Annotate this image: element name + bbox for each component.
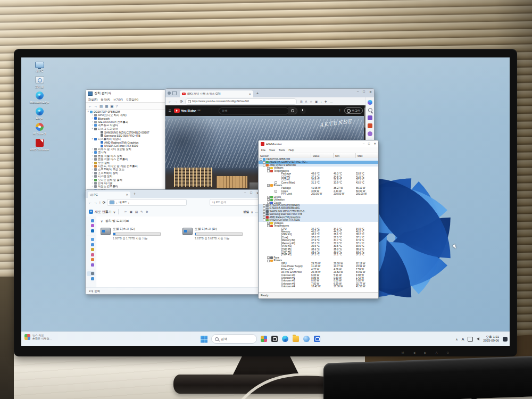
expander-icon[interactable]: › — [91, 117, 94, 120]
sidebar-item[interactable]: 네트워크 — [87, 276, 95, 281]
workspaces-icon[interactable] — [172, 91, 177, 95]
hwmonitor-titlebar[interactable]: HWMonitor – □ ✕ — [259, 140, 378, 147]
start-button[interactable] — [201, 336, 207, 343]
back-icon[interactable]: ← — [88, 201, 92, 204]
expander-icon[interactable]: ∨ — [91, 138, 94, 140]
hidden-icons-chevron[interactable]: ∧ — [455, 337, 458, 341]
taskbar-app-icon[interactable] — [271, 336, 278, 342]
toolbar-icon[interactable]: → — [94, 104, 98, 108]
browser-tab[interactable]: (8K) 저녁 산책 스위스 GRI ✕ — [180, 90, 253, 97]
menu-item[interactable]: 보기(V) — [113, 98, 123, 102]
browser-action-icon[interactable]: ↓ — [320, 100, 322, 103]
notification-bell-icon[interactable] — [503, 337, 508, 342]
device-manager-window[interactable]: 장치 관리자 파일(F)동작(A)보기(V)도움말(H) ←→▤▦▣? ∨ DE… — [85, 89, 166, 197]
maximize-button[interactable]: □ — [368, 142, 370, 145]
browser-action-icon[interactable]: A — [305, 100, 307, 103]
menu-item[interactable]: View — [269, 148, 275, 152]
expander-icon[interactable] — [97, 141, 100, 144]
toolbar-icon[interactable]: ? — [115, 104, 118, 108]
drive-item[interactable]: 로컬 디스크 (D:) 3.63TB 중 3.63TB 사용 가능 — [182, 227, 257, 240]
refresh-icon[interactable]: ⟳ — [180, 99, 183, 104]
expander-icon[interactable]: ∨ — [91, 128, 94, 130]
sidebar-item[interactable]: OneDrive — [87, 228, 95, 234]
file-action-icon[interactable]: ▤ — [135, 210, 138, 213]
back-icon[interactable]: ← — [168, 99, 172, 103]
youtube-search-input[interactable]: 검색 — [219, 107, 289, 114]
hwmonitor-window[interactable]: HWMonitor – □ ✕ FileViewToolsHelp Sensor… — [258, 140, 379, 299]
breadcrumb[interactable]: › 내 PC › — [107, 199, 187, 206]
sidebar-item[interactable]: 음악 — [87, 257, 95, 263]
osd-button[interactable]: M — [402, 351, 404, 354]
maximize-button[interactable]: □ — [250, 191, 252, 195]
network-icon[interactable] — [468, 337, 473, 342]
sensor-row[interactable]: Unknown #4 18.42 W 17.36 W 41.50 W — [259, 285, 378, 288]
sidebar-item[interactable] — [87, 268, 95, 270]
new-tab-button[interactable]: + — [134, 192, 136, 196]
desktop-icon[interactable]: AMD Software — [23, 139, 55, 152]
widgets-button[interactable]: 뉴스 속보 손잡은 이재명… — [24, 334, 52, 340]
expander-icon[interactable]: › — [91, 158, 94, 161]
address-bar[interactable]: https://www.youtube.com/watch?v=Mgx7kOwe… — [185, 98, 297, 105]
forward-icon[interactable]: → — [94, 201, 97, 204]
expander-icon[interactable] — [97, 131, 100, 134]
sidebar-item[interactable]: 사진 — [87, 252, 95, 257]
desktop-icon[interactable]: 내 PC — [23, 62, 55, 73]
explorer-tab[interactable]: 내 PC ✕ — [88, 192, 130, 198]
osd-button[interactable]: ◀ — [413, 351, 415, 354]
expander-icon[interactable]: › — [91, 179, 94, 181]
expander-icon[interactable]: › — [91, 114, 94, 117]
browser-action-icon[interactable]: … — [330, 100, 333, 103]
file-action-icon[interactable]: ✎ — [140, 210, 143, 213]
close-button[interactable]: ✕ — [369, 90, 372, 94]
taskbar-app-icon[interactable] — [314, 336, 320, 342]
copilot-icon[interactable] — [368, 100, 372, 105]
youtube-search-button[interactable] — [288, 107, 297, 114]
toolbar-icon[interactable]: ▤ — [99, 104, 103, 109]
shopping-icon[interactable] — [368, 115, 372, 120]
menu-item[interactable]: File — [261, 148, 265, 152]
volume-icon[interactable] — [477, 337, 479, 340]
sort-button[interactable]: 정렬 ∨ … — [243, 210, 258, 214]
sidebar-item[interactable]: 바탕 화면 — [87, 237, 95, 243]
sidebar-item[interactable]: 홈 — [87, 218, 95, 223]
toolbar-icon[interactable]: ▣ — [110, 104, 113, 109]
maximize-button[interactable]: □ — [363, 90, 365, 94]
more-options-icon[interactable]: ⋮ — [338, 109, 342, 113]
browser-action-icon[interactable]: ☆ — [310, 100, 312, 103]
menu-item[interactable]: Help — [289, 148, 294, 152]
section-header[interactable]: ∨ 장치 및 드라이브 — [101, 219, 257, 223]
expander-icon[interactable]: ∨ — [87, 111, 89, 113]
desktop-icon[interactable]: Edge — [23, 107, 55, 120]
search-icon[interactable] — [368, 108, 372, 112]
osd-button[interactable]: A — [436, 351, 438, 354]
device-manager-titlebar[interactable]: 장치 관리자 — [86, 90, 165, 97]
sidebar-item[interactable]: 동영상 — [87, 262, 95, 268]
profile-avatar-icon[interactable] — [168, 92, 171, 95]
file-explorer-window[interactable]: 내 PC ✕ + – □ ✕ ← → ↑ ⟳ — [85, 189, 262, 295]
file-action-icon[interactable]: ▣ — [130, 210, 132, 213]
expander-icon[interactable]: › — [91, 182, 94, 185]
expander-icon[interactable]: › — [91, 165, 94, 168]
desktop-icon[interactable]: AI Suite 3 — [23, 123, 55, 136]
expander-icon[interactable] — [97, 145, 100, 147]
up-icon[interactable]: ↑ — [99, 201, 101, 204]
new-button[interactable]: + 새로 만들기 ∨ — [89, 210, 115, 214]
tab-close-icon[interactable]: ✕ — [126, 193, 128, 196]
minimize-button[interactable]: – — [244, 191, 246, 195]
voice-search-icon[interactable] — [300, 108, 306, 114]
people-icon[interactable] — [368, 131, 372, 136]
desktop-icon[interactable]: 휴지통 — [23, 76, 55, 89]
sidebar-item[interactable]: 내 PC — [87, 271, 95, 277]
expander-icon[interactable]: › — [91, 168, 94, 171]
youtube-signin-button[interactable]: 로그인 — [344, 107, 363, 114]
clock[interactable]: 오후 1:31 2025-09-06 — [483, 335, 499, 343]
browser-action-icon[interactable]: ▣ — [315, 100, 318, 103]
youtube-logo[interactable]: YouTube KR — [174, 109, 201, 113]
toolbar-icon[interactable]: ▦ — [105, 104, 108, 109]
expander-icon[interactable]: › — [91, 124, 94, 127]
drive-item[interactable]: 로컬 디스크 (C:) 1.86TB 중 1.78TB 사용 가능 — [101, 227, 175, 240]
expander-icon[interactable]: › — [91, 155, 94, 157]
taskbar-app-icon[interactable] — [261, 336, 267, 342]
expander-icon[interactable]: › — [91, 162, 94, 164]
sidebar-item[interactable] — [87, 234, 95, 236]
